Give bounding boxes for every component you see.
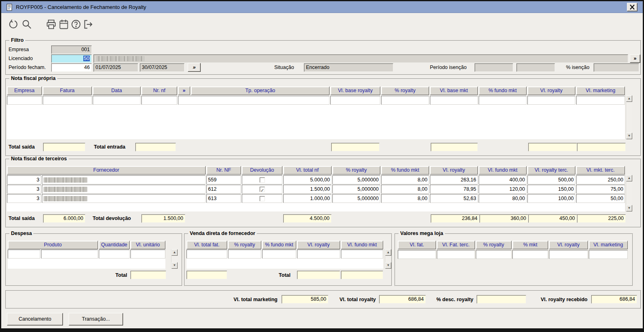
col-vl-fundo-mkt[interactable]: Vl. fundo mkt	[341, 241, 383, 249]
row-pct-fundo-mkt[interactable]: 8,00	[381, 194, 429, 203]
undo-icon[interactable]	[8, 19, 18, 30]
cancelamento-button[interactable]: Cancelamento	[7, 313, 63, 326]
empty-cell[interactable]	[381, 96, 429, 105]
row-pct-fundo-mkt[interactable]: 8,00	[381, 185, 429, 194]
nota-terceiros-scrollbar[interactable]: ▲ ▼	[626, 175, 632, 211]
col-vl-mkt-terc[interactable]: Vl. mkt. terc.	[576, 166, 625, 175]
devolucao-checkbox[interactable]	[260, 177, 265, 183]
row-vl-royalty-terc[interactable]: 500,00	[527, 175, 575, 184]
row-vl-royalty-terc[interactable]: 100,00	[527, 194, 575, 203]
row-vl-fundo-mkt[interactable]: 80,00	[479, 194, 527, 203]
row-pct-royalty[interactable]: 5,000000	[332, 185, 380, 194]
empty-cell[interactable]	[512, 250, 548, 259]
scroll-down-icon[interactable]: ▼	[385, 262, 391, 269]
row-codigo[interactable]: 3	[7, 175, 41, 184]
empty-cell[interactable]	[476, 250, 512, 259]
col-vl-fat[interactable]: Vl. fat.	[398, 241, 436, 249]
venda-direta-scrollbar[interactable]: ▲ ▼	[385, 249, 391, 269]
col-vl-marketing[interactable]: Vl. marketing	[589, 241, 628, 249]
row-vl-fundo-mkt[interactable]: 400,00	[479, 175, 527, 184]
row-vl-total-nf[interactable]: 1.000,00	[283, 194, 332, 203]
col-browse[interactable]: »	[178, 86, 190, 95]
row-vl-mkt-terc[interactable]: 250,00	[576, 175, 625, 184]
empty-cell[interactable]	[178, 96, 330, 105]
scroll-down-icon[interactable]: ▼	[171, 262, 178, 269]
empty-cell[interactable]	[479, 96, 527, 105]
col-tp-operacao[interactable]: Tp. operação	[191, 86, 330, 95]
empty-cell[interactable]	[341, 250, 383, 259]
empty-cell[interactable]	[262, 250, 296, 259]
scroll-up-icon[interactable]: ▲	[626, 95, 632, 102]
col-vl-unitario[interactable]: Vl. unitário	[130, 241, 165, 249]
empty-cell[interactable]	[8, 250, 40, 259]
row-pct-fundo-mkt[interactable]: 8,00	[381, 175, 429, 184]
col-vl-royalty[interactable]: Vl. royalty	[549, 241, 588, 249]
row-vl-mkt-terc[interactable]: 75,00	[576, 185, 625, 194]
row-codigo[interactable]: 3	[7, 185, 41, 194]
row-codigo[interactable]: 3	[7, 194, 41, 203]
empty-cell[interactable]	[576, 96, 625, 105]
col-vl-fundo-mkt[interactable]: Vl. fundo mkt	[479, 166, 527, 175]
col-pct-fundo-mkt[interactable]: % fundo mkt	[262, 241, 296, 249]
periodo-browse-button[interactable]: »	[188, 63, 201, 72]
scroll-down-icon[interactable]: ▼	[626, 205, 632, 211]
scroll-up-icon[interactable]: ▲	[626, 175, 632, 181]
empty-cell[interactable]	[141, 96, 177, 105]
scroll-up-icon[interactable]: ▲	[385, 249, 391, 256]
col-fornecedor[interactable]: Fornecedor	[7, 166, 206, 175]
licenciado-code-field[interactable]: 50	[51, 54, 92, 63]
nota-propria-scrollbar[interactable]: ▲ ▼	[626, 95, 632, 139]
transacao-button[interactable]: Transação...	[69, 313, 123, 326]
col-data[interactable]: Data	[93, 86, 141, 95]
col-pct-fundo-mkt[interactable]: % fundo mkt	[381, 166, 429, 175]
col-nr-nf[interactable]: Nr. NF	[206, 166, 241, 175]
empty-cell[interactable]	[589, 250, 628, 259]
col-vl-base-mkt[interactable]: Vl. base mkt	[430, 86, 478, 95]
col-vl-base-royalty[interactable]: Vl. base royalty	[330, 86, 380, 95]
empty-cell[interactable]	[7, 96, 42, 105]
empty-cell[interactable]	[93, 96, 141, 105]
row-devolucao[interactable]	[242, 185, 282, 194]
col-vl-marketing[interactable]: Vl. marketing	[576, 86, 625, 95]
col-pct-mkt[interactable]: % mkt	[512, 241, 548, 249]
col-empresa[interactable]: Empresa	[7, 86, 42, 95]
col-devolucao[interactable]: Devolução	[242, 166, 282, 175]
row-vl-fundo-mkt[interactable]: 120,00	[479, 185, 527, 194]
col-pct-royalty[interactable]: % royalty	[228, 241, 261, 249]
row-vl-royalty-terc[interactable]: 150,00	[527, 185, 575, 194]
row-vl-royalty[interactable]: 263,16	[430, 175, 478, 184]
col-vl-fat-terc[interactable]: Vl. Fat. terc.	[437, 241, 475, 249]
row-fornecedor[interactable]	[42, 194, 206, 203]
row-nr-nf[interactable]: 559	[206, 175, 241, 184]
empty-cell[interactable]	[330, 96, 380, 105]
devolucao-checkbox[interactable]	[260, 196, 265, 201]
col-vl-royalty[interactable]: Vl. royalty	[430, 166, 478, 175]
row-devolucao[interactable]	[242, 175, 282, 184]
row-pct-royalty[interactable]: 5,000000	[332, 175, 380, 184]
exit-icon[interactable]	[83, 19, 93, 30]
row-vl-royalty[interactable]: 52,63	[430, 194, 478, 203]
row-vl-royalty[interactable]: 78,95	[430, 185, 478, 194]
row-vl-total-nf[interactable]: 1.500,00	[283, 185, 332, 194]
periodo-code-field[interactable]: 46	[51, 63, 92, 72]
col-vl-royalty[interactable]: Vl. royalty	[297, 241, 340, 249]
col-produto[interactable]: Produto	[8, 241, 98, 249]
help-icon[interactable]	[71, 19, 81, 30]
col-vl-royalty-terc[interactable]: Vl. royalty terc.	[527, 166, 575, 175]
print-icon[interactable]	[46, 19, 56, 30]
empty-cell[interactable]	[41, 250, 98, 259]
close-button[interactable]	[627, 3, 637, 11]
despesa-scrollbar[interactable]: ▲ ▼	[171, 249, 178, 269]
devolucao-checkbox[interactable]	[260, 187, 265, 192]
col-pct-fundo-mkt[interactable]: % fundo mkt	[479, 86, 527, 95]
row-fornecedor[interactable]	[42, 185, 206, 194]
col-vl-total-fat[interactable]: Vl. total fat.	[186, 241, 227, 249]
pct-desc-royalty-field[interactable]	[477, 295, 526, 304]
col-vl-total-nf[interactable]: Vl. total nf	[283, 166, 332, 175]
empty-cell[interactable]	[430, 96, 478, 105]
scroll-down-icon[interactable]: ▼	[626, 133, 632, 139]
empty-cell[interactable]	[549, 250, 588, 259]
col-pct-royalty[interactable]: % royalty	[476, 241, 512, 249]
col-nr-nf[interactable]: Nr. nf	[141, 86, 177, 95]
col-fatura[interactable]: Fatura	[43, 86, 92, 95]
